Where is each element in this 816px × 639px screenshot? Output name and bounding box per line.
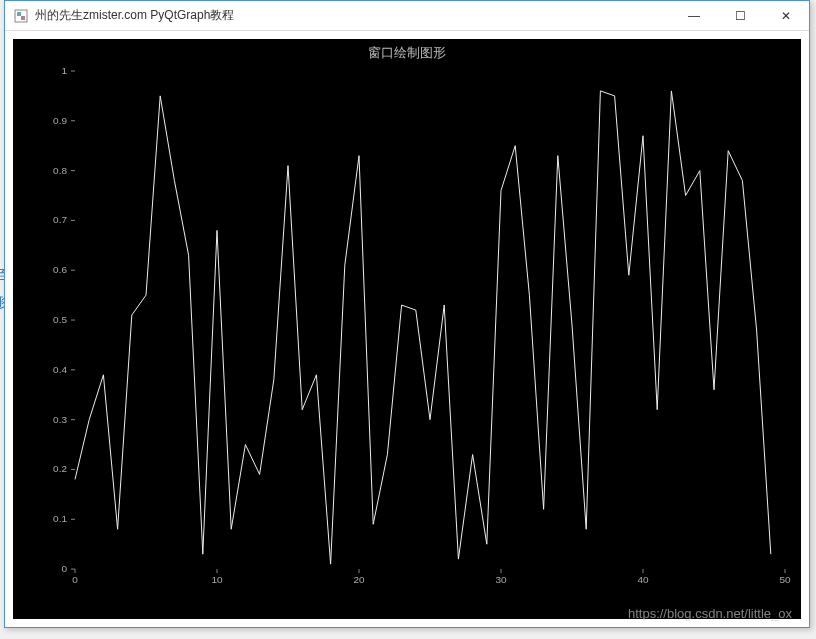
svg-text:30: 30 [495, 574, 507, 585]
titlebar[interactable]: 州的先生zmister.com PyQtGraph教程 — ☐ ✕ [5, 1, 809, 31]
svg-text:0.7: 0.7 [53, 214, 67, 225]
svg-text:0: 0 [61, 563, 67, 574]
svg-text:0.1: 0.1 [53, 513, 67, 524]
window-title: 州的先生zmister.com PyQtGraph教程 [35, 7, 671, 24]
svg-text:0.3: 0.3 [53, 414, 67, 425]
svg-text:20: 20 [353, 574, 365, 585]
plot-title: 窗口绘制图形 [13, 44, 801, 62]
svg-text:10: 10 [211, 574, 223, 585]
window-controls: — ☐ ✕ [671, 1, 809, 30]
plot-area[interactable]: 00.10.20.30.40.50.60.70.80.9101020304050 [53, 67, 791, 591]
svg-rect-2 [21, 16, 25, 20]
svg-text:0.9: 0.9 [53, 115, 67, 126]
svg-text:0: 0 [72, 574, 78, 585]
svg-text:0.8: 0.8 [53, 165, 67, 176]
svg-text:0.4: 0.4 [53, 364, 67, 375]
plot-widget[interactable]: 窗口绘制图形 00.10.20.30.40.50.60.70.80.910102… [13, 39, 801, 619]
svg-text:50: 50 [779, 574, 791, 585]
svg-text:0.6: 0.6 [53, 264, 67, 275]
svg-text:0.5: 0.5 [53, 314, 67, 325]
svg-rect-1 [17, 12, 21, 16]
chart-svg: 00.10.20.30.40.50.60.70.80.9101020304050 [53, 67, 791, 591]
close-button[interactable]: ✕ [763, 1, 809, 30]
maximize-button[interactable]: ☐ [717, 1, 763, 30]
svg-text:0.2: 0.2 [53, 463, 67, 474]
svg-text:40: 40 [637, 574, 649, 585]
app-window: 州的先生zmister.com PyQtGraph教程 — ☐ ✕ 窗口绘制图形… [4, 0, 810, 628]
svg-text:1: 1 [61, 67, 67, 76]
app-icon [13, 8, 29, 24]
minimize-button[interactable]: — [671, 1, 717, 30]
